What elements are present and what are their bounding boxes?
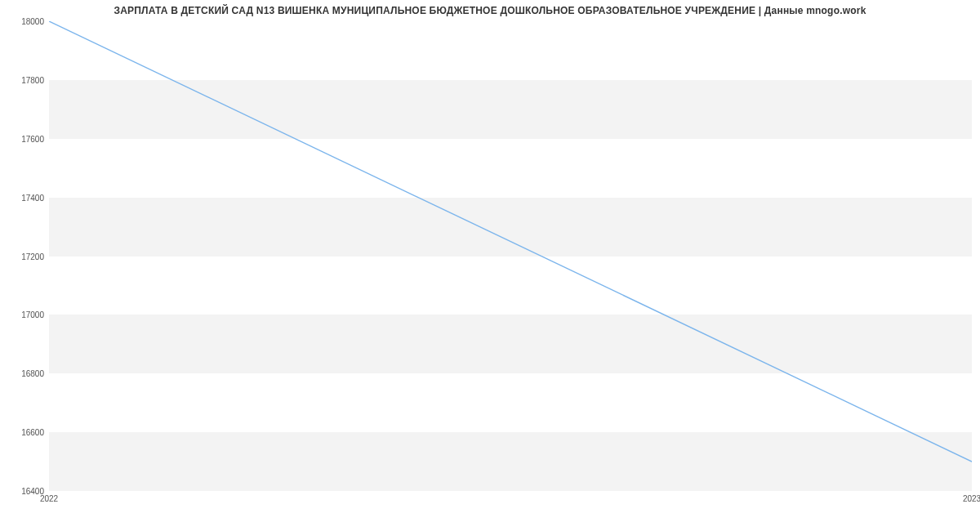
- x-tick-label: 2023: [963, 494, 980, 503]
- y-tick-label: 18000: [3, 17, 44, 26]
- line-layer: [49, 21, 972, 491]
- y-tick-label: 17200: [3, 252, 44, 261]
- x-tick-label: 2022: [40, 494, 58, 503]
- y-tick-label: 17000: [3, 310, 44, 319]
- y-tick-label: 17800: [3, 75, 44, 84]
- y-tick-label: 16400: [3, 487, 44, 496]
- y-tick-label: 16600: [3, 428, 44, 437]
- y-tick-label: 16800: [3, 369, 44, 378]
- y-tick-label: 17600: [3, 134, 44, 143]
- plot-area: [49, 21, 972, 491]
- y-tick-label: 17400: [3, 193, 44, 202]
- chart-container: ЗАРПЛАТА В ДЕТСКИЙ САД N13 ВИШЕНКА МУНИЦ…: [0, 0, 980, 531]
- series-line: [49, 21, 972, 462]
- chart-title: ЗАРПЛАТА В ДЕТСКИЙ САД N13 ВИШЕНКА МУНИЦ…: [0, 5, 980, 16]
